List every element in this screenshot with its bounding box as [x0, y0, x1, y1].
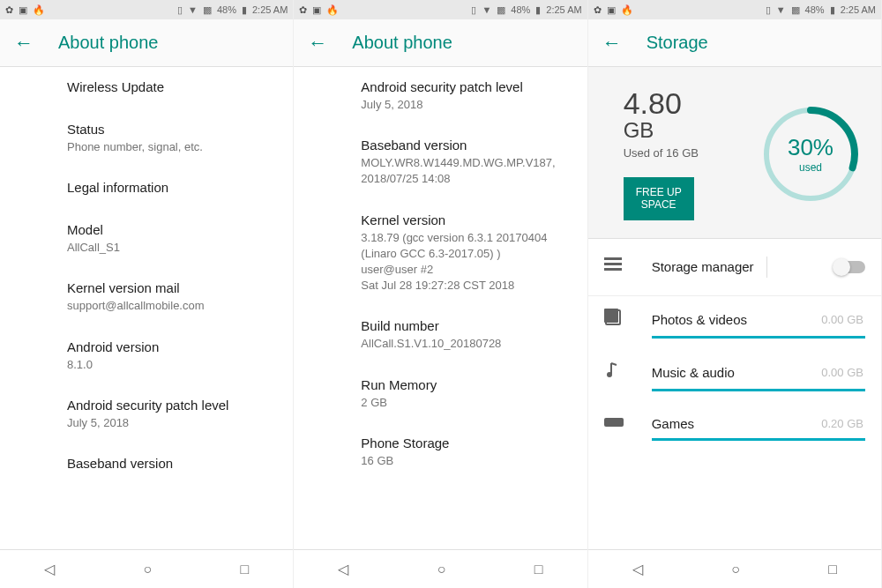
page-title: About phone [352, 33, 452, 53]
games-icon [604, 414, 625, 433]
nav-home[interactable]: ○ [437, 562, 446, 577]
category-bar [652, 438, 865, 441]
svg-point-7 [607, 372, 612, 377]
setting-item[interactable]: Phone Storage16 GB [361, 423, 569, 481]
category-name: Photos & videos [652, 312, 747, 327]
setting-title: Phone Storage [361, 435, 569, 450]
storage-manager-row[interactable]: Storage manager [588, 239, 881, 296]
setting-title: Android security patch level [361, 79, 569, 94]
wifi-icon: ▼ [776, 4, 786, 15]
notification-icon: 🔥 [33, 4, 45, 16]
clock: 2:25 AM [841, 4, 876, 15]
panel-about-1: ✿ ▣ 🔥 ▯ ▼ ▩ 48% ▮ 2:25 AM ← About phone … [0, 0, 294, 588]
app-bar: ← About phone [294, 19, 587, 67]
app-bar: ← About phone [0, 19, 293, 67]
setting-subtitle: 3.18.79 (gcc version 6.3.1 20170404 (Lin… [361, 230, 569, 294]
setting-title: Android version [67, 339, 275, 354]
storage-ring: 30% used [758, 101, 863, 207]
storage-manager-icon [604, 257, 625, 276]
nosim-icon: ▩ [497, 4, 505, 16]
setting-item[interactable]: Baseband versionMOLY.WR8.W1449.MD.WG.MP.… [361, 125, 569, 199]
settings-list[interactable]: Wireless UpdateStatusPhone number, signa… [0, 67, 293, 549]
settings-icon: ✿ [5, 4, 13, 16]
free-up-button[interactable]: FREE UP SPACE [624, 177, 694, 220]
music-icon [604, 361, 625, 383]
setting-item[interactable]: Run Memory2 GB [361, 365, 569, 423]
category-size: 0.00 GB [821, 366, 863, 379]
nav-home[interactable]: ○ [731, 562, 740, 577]
back-button[interactable]: ← [602, 32, 622, 55]
setting-item[interactable]: Android version8.1.0 [67, 327, 275, 385]
wifi-icon: ▼ [188, 4, 198, 15]
setting-subtitle: Phone number, signal, etc. [67, 139, 275, 155]
nosim-icon: ▩ [791, 4, 800, 16]
panel-about-2: ✿ ▣ 🔥 ▯ ▼ ▩ 48% ▮ 2:25 AM ← About phone … [294, 0, 587, 588]
setting-item[interactable]: ModelAllCall_S1 [67, 210, 275, 268]
setting-item[interactable]: Kernel version3.18.79 (gcc version 6.3.1… [361, 200, 569, 307]
setting-title: Status [67, 122, 275, 137]
nav-bar: ◁ ○ □ [294, 549, 587, 588]
svg-rect-3 [604, 263, 622, 265]
nav-recent[interactable]: □ [240, 562, 249, 577]
svg-rect-8 [604, 418, 624, 427]
storage-manager-label: Storage manager [652, 259, 754, 274]
nav-back[interactable]: ◁ [632, 561, 643, 577]
app-bar: ← Storage [588, 19, 881, 67]
picture-icon: ▣ [312, 4, 321, 16]
category-bar [652, 336, 865, 339]
settings-list[interactable]: Android security patch levelJuly 5, 2018… [294, 67, 587, 549]
category-size: 0.20 GB [821, 417, 863, 430]
battery-icon: ▮ [242, 4, 247, 16]
setting-title: Baseband version [361, 138, 569, 153]
picture-icon: ▣ [607, 4, 616, 16]
storage-summary: 4.80 GB Used of 16 GB FREE UP SPACE 30% … [588, 67, 881, 239]
clock: 2:25 AM [252, 4, 288, 15]
storage-category[interactable]: Photos & videos0.00 GB [588, 296, 881, 339]
category-size: 0.00 GB [821, 313, 863, 326]
vibrate-icon: ▯ [177, 4, 183, 16]
setting-item[interactable]: Legal information [67, 167, 275, 210]
back-button[interactable]: ← [308, 32, 327, 55]
page-title: About phone [58, 33, 158, 53]
setting-title: Kernel version [361, 212, 569, 227]
settings-icon: ✿ [594, 4, 602, 16]
setting-subtitle: 16 GB [361, 453, 569, 469]
nav-recent[interactable]: □ [534, 562, 543, 577]
setting-item[interactable]: Android security patch levelJuly 5, 2018 [67, 385, 275, 443]
nav-back[interactable]: ◁ [338, 561, 348, 577]
storage-used-of: Used of 16 GB [624, 146, 758, 160]
svg-rect-6 [604, 309, 618, 323]
storage-category[interactable]: Music & audio0.00 GB [588, 349, 881, 391]
nav-home[interactable]: ○ [143, 562, 152, 577]
vibrate-icon: ▯ [766, 4, 771, 16]
setting-item[interactable]: Android security patch levelJuly 5, 2018 [361, 67, 569, 125]
setting-subtitle: MOLY.WR8.W1449.MD.WG.MP.V187, 2018/07/25… [361, 155, 569, 187]
battery-icon: ▮ [535, 4, 541, 16]
nav-bar: ◁ ○ □ [588, 549, 881, 588]
setting-title: Model [67, 222, 275, 237]
nav-recent[interactable]: □ [828, 562, 837, 577]
wifi-icon: ▼ [482, 4, 491, 15]
battery-pct: 48% [805, 4, 825, 15]
setting-item[interactable]: Build numberAllCall.S1.V1.10_20180728 [361, 306, 569, 364]
storage-used-unit: GB [624, 118, 758, 143]
setting-item[interactable]: StatusPhone number, signal, etc. [67, 109, 275, 167]
svg-rect-4 [604, 268, 622, 271]
setting-title: Wireless Update [67, 79, 275, 94]
storage-category[interactable]: Games0.20 GB [588, 402, 881, 441]
settings-icon: ✿ [299, 4, 307, 16]
back-button[interactable]: ← [14, 32, 34, 55]
battery-icon: ▮ [830, 4, 835, 16]
clock: 2:25 AM [546, 4, 581, 15]
setting-item[interactable]: Wireless Update [67, 67, 275, 109]
setting-subtitle: AllCall.S1.V1.10_20180728 [361, 336, 569, 352]
photos-icon [604, 309, 625, 331]
nosim-icon: ▩ [203, 4, 212, 16]
setting-title: Legal information [67, 180, 275, 195]
nav-back[interactable]: ◁ [44, 561, 55, 577]
setting-item[interactable]: Baseband version [67, 443, 275, 486]
storage-manager-toggle[interactable] [835, 261, 865, 273]
setting-subtitle: July 5, 2018 [67, 415, 275, 431]
status-bar: ✿ ▣ 🔥 ▯ ▼ ▩ 48% ▮ 2:25 AM [294, 0, 587, 19]
setting-item[interactable]: Kernel version mailsupport@allcallmobile… [67, 268, 275, 326]
